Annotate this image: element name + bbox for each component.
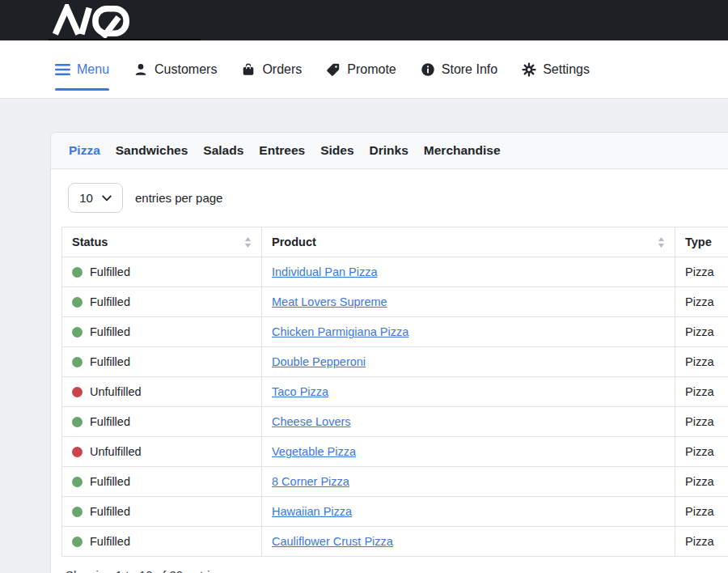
tab-merchandise[interactable]: Merchandise [424,143,501,158]
column-header-status[interactable]: Status [62,227,262,257]
product-cell: 8 Corner Pizza [262,467,675,497]
type-label: Pizza [685,295,713,308]
status-label: Fulfilled [90,505,130,518]
table-row: Fulfilled Hawaiian Pizza Pizza [62,497,728,527]
sort-icon [244,236,252,248]
column-header-product[interactable]: Product [262,227,675,257]
tab-sides[interactable]: Sides [320,143,353,158]
status-dot-icon [72,417,83,427]
product-link[interactable]: Hawaiian Pizza [272,505,352,518]
status-dot-icon [72,447,83,457]
type-cell: Pizza [675,467,728,497]
product-link[interactable]: Chicken Parmigiana Pizza [272,325,408,338]
navbar: Menu Customers Orders Promote Store Info… [0,40,728,99]
type-label: Pizza [685,265,713,278]
type-cell: Pizza [675,407,728,437]
status-cell: Fulfilled [62,287,262,317]
products-table: Status Product Type Fulfilled Individual… [61,227,728,557]
column-header-type[interactable]: Type [675,227,728,257]
table-row: Unfulfilled Vegetable Pizza Pizza [62,437,728,467]
type-cell: Pizza [675,527,728,557]
nav-item-label: Store Info [442,62,497,77]
type-label: Pizza [685,325,713,338]
tab-salads[interactable]: Salads [203,143,243,158]
category-tabs: PizzaSandwichesSaladsEntreesSidesDrinksM… [51,133,728,169]
info-icon [421,62,435,77]
nav-item-label: Settings [543,62,590,77]
status-cell: Unfulfilled [62,437,262,467]
status-label: Fulfilled [90,475,130,488]
type-label: Pizza [685,385,713,398]
nav-item-promote[interactable]: Promote [326,62,396,77]
type-label: Pizza [685,505,713,518]
product-cell: Vegetable Pizza [262,437,675,467]
tab-drinks[interactable]: Drinks [370,143,408,158]
status-cell: Fulfilled [62,407,262,437]
table-row: Fulfilled Individual Pan Pizza Pizza [62,257,728,287]
status-label: Fulfilled [90,355,130,368]
product-cell: Taco Pizza [262,377,675,407]
type-cell: Pizza [675,347,728,377]
nav-item-orders[interactable]: Orders [241,62,302,77]
status-dot-icon [72,357,83,367]
product-link[interactable]: Taco Pizza [272,385,328,398]
product-link[interactable]: Cauliflower Crust Pizza [272,535,393,548]
type-label: Pizza [685,355,713,368]
tab-entrees[interactable]: Entrees [259,143,305,158]
table-row: Fulfilled Double Pepperoni Pizza [62,347,728,377]
bag-icon [241,62,256,77]
tab-pizza[interactable]: Pizza [69,143,100,158]
status-cell: Fulfilled [62,527,262,557]
type-cell: Pizza [675,257,728,287]
nav-item-menu[interactable]: Menu [55,62,109,77]
table-row: Fulfilled Cheese Lovers Pizza [62,407,728,437]
status-label: Fulfilled [90,265,130,278]
product-cell: Double Pepperoni [262,347,675,377]
app-header [0,0,728,40]
status-dot-icon [72,507,83,517]
type-label: Pizza [685,475,713,488]
entries-per-page-label: entries per page [135,191,222,205]
product-link[interactable]: Double Pepperoni [272,355,366,368]
product-link[interactable]: Cheese Lovers [272,415,351,428]
type-label: Pizza [685,445,713,458]
status-dot-icon [72,297,83,308]
status-cell: Fulfilled [62,497,262,527]
tag-icon [326,62,341,77]
product-cell: Chicken Parmigiana Pizza [262,317,675,347]
status-dot-icon [72,387,83,397]
status-cell: Fulfilled [62,317,262,347]
status-label: Fulfilled [90,415,130,428]
brand-logo[interactable] [52,4,138,38]
page-size-value: 10 [79,191,93,205]
status-dot-icon [72,327,83,337]
hamburger-icon [55,63,70,76]
menu-card: PizzaSandwichesSaladsEntreesSidesDrinksM… [50,132,728,573]
nav-item-settings[interactable]: Settings [522,62,590,77]
column-header-label: Status [72,236,108,248]
product-link[interactable]: Individual Pan Pizza [272,265,378,278]
product-cell: Hawaiian Pizza [262,497,675,527]
type-cell: Pizza [675,287,728,317]
column-header-label: Type [685,236,712,248]
status-dot-icon [72,267,83,278]
tab-sandwiches[interactable]: Sandwiches [116,143,188,158]
nav-item-customers[interactable]: Customers [133,62,217,77]
product-cell: Cauliflower Crust Pizza [262,527,675,557]
page-size-select[interactable]: 10 [68,183,123,213]
nav-item-label: Customers [154,62,217,77]
entries-summary: Showing 1 to 10 of 20 entries [66,568,728,573]
status-dot-icon [72,537,83,547]
type-cell: Pizza [675,497,728,527]
product-link[interactable]: Meat Lovers Supreme [272,295,387,308]
table-row: Fulfilled 8 Corner Pizza Pizza [62,467,728,497]
status-label: Fulfilled [90,325,130,338]
type-cell: Pizza [675,377,728,407]
product-cell: Meat Lovers Supreme [262,287,675,317]
product-link[interactable]: 8 Corner Pizza [272,475,349,488]
status-label: Fulfilled [90,535,130,548]
nav-item-store-info[interactable]: Store Info [421,62,497,77]
table-row: Unfulfilled Taco Pizza Pizza [62,377,728,407]
type-cell: Pizza [675,317,728,347]
product-link[interactable]: Vegetable Pizza [272,445,356,458]
